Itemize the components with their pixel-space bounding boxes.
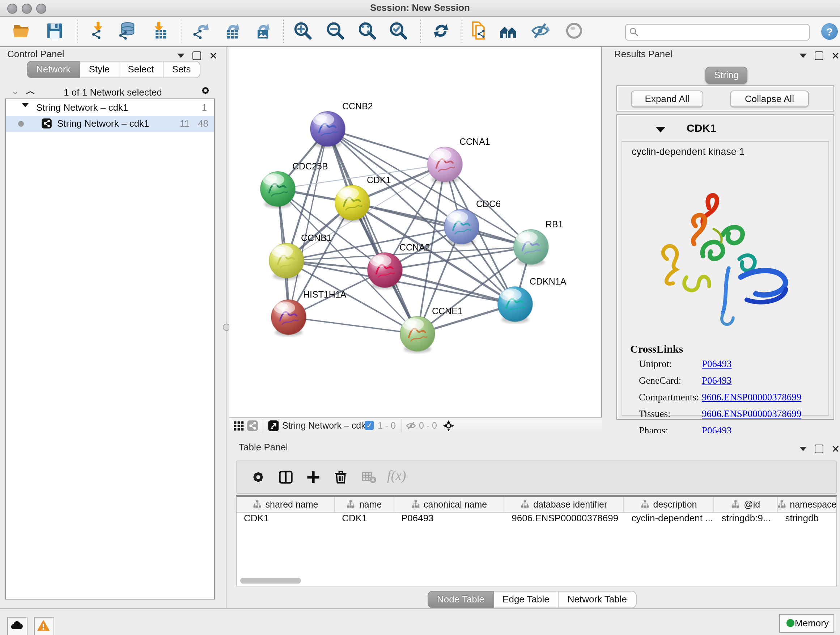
save-icon[interactable] [45, 21, 66, 41]
column-header-description[interactable]: description [624, 497, 714, 512]
hidden-counts: 0 - 0 [419, 421, 437, 431]
tab-sets[interactable]: Sets [163, 61, 200, 78]
crosslink-label: Compartments: [639, 392, 699, 403]
zoom-fit-icon[interactable] [357, 21, 379, 41]
panel-float-icon[interactable] [193, 51, 201, 60]
tab-network-table[interactable]: Network Table [559, 591, 636, 608]
node-label: CCNA1 [459, 136, 490, 147]
crosslink-link[interactable]: P06493 [702, 358, 732, 370]
hidden-eye-icon[interactable] [405, 420, 417, 432]
expand-all-button[interactable]: Expand All [631, 90, 703, 107]
panel-close-icon[interactable]: ✕ [209, 52, 218, 59]
panel-float-icon[interactable] [815, 445, 823, 453]
node-CDKN1A[interactable]: CDKN1A [498, 276, 567, 323]
warning-button[interactable] [34, 617, 54, 635]
crosslink-link[interactable]: 9606.ENSP00000378699 [702, 392, 801, 403]
section-expander-icon[interactable] [655, 127, 666, 133]
table-panel-title: Table Panel [239, 442, 288, 453]
column-header-namespace[interactable]: namespace [778, 497, 836, 512]
column-header-canonical-name[interactable]: canonical name [394, 497, 504, 512]
zoom-selected-icon[interactable] [388, 21, 410, 41]
memory-button[interactable]: Memory [779, 614, 834, 633]
column-header-shared-name[interactable]: shared name [237, 497, 335, 512]
import-table-icon[interactable] [149, 21, 171, 41]
table-cell[interactable]: CDK1 [335, 513, 394, 526]
panel-float-icon[interactable] [815, 51, 823, 60]
network-collection-row[interactable]: String Network – cdk1 1 [6, 100, 214, 116]
cloud-icon [9, 618, 24, 633]
protein-structure-image [643, 187, 809, 337]
grid-view-icon[interactable] [233, 420, 245, 432]
node-CCNE1[interactable]: CCNE1 [400, 306, 463, 353]
tab-edge-table[interactable]: Edge Table [494, 591, 559, 608]
edge-CDK1-RB1[interactable] [352, 203, 531, 247]
help-icon[interactable]: ? [821, 23, 838, 40]
delete-column-icon[interactable] [333, 469, 350, 485]
export-table-icon[interactable] [221, 21, 242, 41]
network-selection-status: 1 of 1 Network selected [0, 87, 226, 98]
split-columns-icon[interactable] [278, 469, 295, 485]
node-RB1[interactable]: RB1 [514, 219, 563, 266]
zoom-out-icon[interactable] [325, 21, 347, 41]
eye-icon[interactable] [564, 21, 586, 41]
tab-node-table[interactable]: Node Table [428, 591, 494, 608]
column-header-database-identifier[interactable]: database identifier [504, 497, 624, 512]
search-box[interactable] [625, 24, 810, 41]
add-column-icon[interactable] [305, 469, 323, 485]
node-label: CCNB2 [342, 101, 373, 111]
table-cell[interactable]: P06493 [394, 513, 504, 526]
open-folder-icon[interactable] [11, 21, 33, 41]
cloud-button[interactable] [7, 617, 27, 635]
refresh-icon[interactable] [431, 21, 453, 41]
left-splitter-handle[interactable] [223, 324, 230, 331]
panel-collapse-icon[interactable] [799, 54, 807, 58]
tab-string[interactable]: String [706, 67, 747, 84]
panel-collapse-icon[interactable] [799, 447, 807, 451]
network-canvas[interactable]: CCNB2 CCNA1 CDC25B CDK1 [229, 47, 602, 417]
import-network-icon[interactable] [88, 21, 110, 41]
horizontal-scrollbar-thumb[interactable] [240, 578, 301, 584]
node-CDK1[interactable]: CDK1 [335, 175, 391, 222]
node-HIST1H1A[interactable]: HIST1H1A [271, 289, 347, 336]
houses-icon[interactable] [499, 21, 520, 41]
zoom-in-icon[interactable] [293, 21, 315, 41]
selected-nodes-checkbox[interactable]: ✓ [365, 421, 374, 430]
network-options-gear-icon[interactable] [200, 85, 211, 99]
node-CCNA1[interactable]: CCNA1 [428, 136, 490, 184]
table-cell[interactable]: stringdb [778, 513, 836, 526]
edge-CCNB2-CCNA1[interactable] [328, 129, 445, 165]
share-document-icon[interactable] [470, 21, 492, 41]
tab-style[interactable]: Style [80, 61, 119, 78]
share-view-icon[interactable] [247, 420, 258, 432]
crosslink-link[interactable]: P06493 [702, 375, 732, 386]
tab-network[interactable]: Network [27, 61, 80, 78]
table-cell[interactable]: 9606.ENSP00000378699 [504, 513, 624, 526]
node-CDC6[interactable]: CDC6 [444, 199, 501, 246]
export-network-icon[interactable] [190, 21, 212, 41]
tab-select[interactable]: Select [119, 61, 163, 78]
panel-close-icon[interactable]: ✕ [831, 52, 840, 59]
tree-expander-icon[interactable] [22, 103, 29, 107]
eye-slash-icon[interactable] [531, 21, 552, 41]
import-database-icon[interactable] [117, 21, 139, 41]
collapse-all-button[interactable]: Collapse All [730, 90, 809, 107]
panel-collapse-icon[interactable] [177, 54, 185, 58]
table-cell[interactable]: cyclin-dependent ... [624, 513, 714, 526]
panel-close-icon[interactable]: ✕ [831, 445, 840, 453]
crosslink-link[interactable]: 9606.ENSP00000378699 [702, 409, 801, 420]
network-row[interactable]: String Network – cdk1 11 48 [6, 116, 214, 132]
edge-CCNB2-CCNE1[interactable] [328, 129, 417, 334]
column-header-name[interactable]: name [335, 497, 394, 512]
edge-CCNE1-HIST1H1A[interactable] [289, 317, 417, 334]
table-gear-icon[interactable] [250, 469, 268, 485]
search-input[interactable] [641, 25, 807, 39]
edge-count: 48 [198, 118, 208, 129]
birdseye-view-icon[interactable] [268, 420, 279, 432]
table-cell[interactable]: stringdb:9... [714, 513, 778, 526]
export-image-icon[interactable] [251, 21, 273, 41]
table-row[interactable]: CDK1CDK1P064939606.ENSP00000378699cyclin… [237, 513, 836, 526]
table-cell[interactable]: CDK1 [237, 513, 335, 526]
column-header--id[interactable]: @id [714, 497, 778, 512]
warning-icon [36, 618, 51, 633]
crosshair-icon[interactable] [443, 420, 454, 432]
